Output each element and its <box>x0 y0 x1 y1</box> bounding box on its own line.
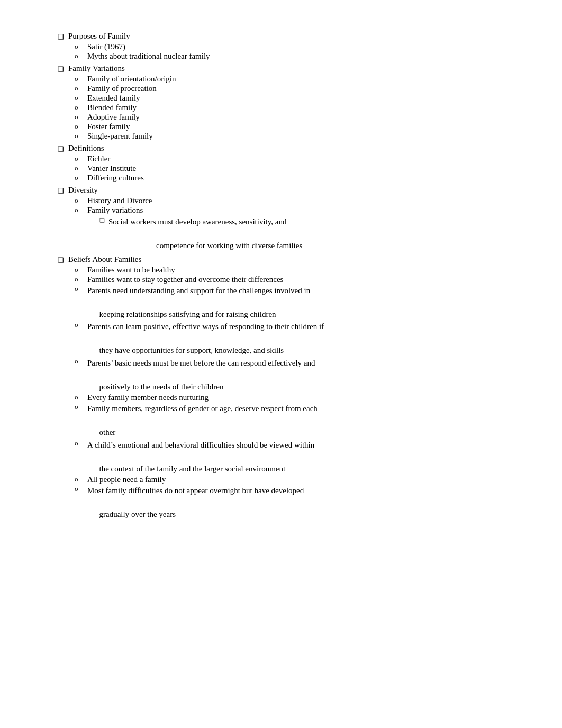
bullet-o-fam-var-sub: o <box>75 206 87 214</box>
label-foster: Foster family <box>87 122 509 131</box>
bullet-family-variations: ❑ <box>53 64 68 74</box>
bullet-o-cultures: o <box>75 174 87 182</box>
level2-item-blended: o Blended family <box>53 103 509 112</box>
bullet-o-ap: o <box>75 475 87 484</box>
label-most-difficulties: Most family difficulties do not appear o… <box>87 485 509 521</box>
label-vanier: Vanier Institute <box>87 164 509 173</box>
label-parents-learn: Parents can learn positive, effective wa… <box>87 321 509 357</box>
section-family-variations: ❑ Family Variations o Family of orientat… <box>53 64 509 141</box>
label-social-workers: Social workers must develop awareness, s… <box>108 216 509 252</box>
bullet-o-orientation: o <box>75 75 87 83</box>
section-purposes: ❑ Purposes of Family o Satir (1967) o My… <box>53 32 509 61</box>
level3-list-diversity: ❑ Social workers must develop awareness,… <box>53 216 509 252</box>
level2-item-child-emotional: o A child’s emotional and behavioral dif… <box>53 439 509 475</box>
level1-item-diversity: ❑ Diversity <box>53 186 509 195</box>
bullet-definitions: ❑ <box>53 144 68 153</box>
bullet-sq-social: ❑ <box>96 216 108 224</box>
label-nurturing: Every family member needs nurturing <box>87 393 509 402</box>
label-satir: Satir (1967) <box>87 42 509 51</box>
bullet-o-extended: o <box>75 94 87 102</box>
bullet-o-pl: o <box>75 321 87 329</box>
label-eichler: Eichler <box>87 154 509 163</box>
label-history: History and Divorce <box>87 196 509 205</box>
label-family-variations: Family Variations <box>68 64 509 73</box>
bullet-beliefs: ❑ <box>53 255 68 265</box>
level2-item-parents-basic: o Parents’ basic needs must be met befor… <box>53 357 509 393</box>
level1-item-beliefs: ❑ Beliefs About Families <box>53 255 509 265</box>
children-family-variations: o Family of orientation/origin o Family … <box>53 75 509 141</box>
label-extended: Extended family <box>87 94 509 103</box>
children-beliefs: o Families want to be healthy o Families… <box>53 266 509 521</box>
level2-item-adoptive: o Adoptive family <box>53 113 509 122</box>
bullet-o-adoptive: o <box>75 113 87 121</box>
label-families-healthy: Families want to be healthy <box>87 266 509 275</box>
bullet-o-ce: o <box>75 439 87 448</box>
label-respect: Family members, regardless of gender or … <box>87 403 509 439</box>
level2-item-orientation: o Family of orientation/origin <box>53 75 509 84</box>
bullet-o-myths: o <box>75 52 87 60</box>
bullet-o-procreation: o <box>75 84 87 93</box>
bullet-o-nur: o <box>75 393 87 402</box>
bullet-diversity: ❑ <box>53 186 68 195</box>
label-parents-basic: Parents’ basic needs must be met before … <box>87 357 509 393</box>
bullet-o-fh: o <box>75 266 87 274</box>
level2-item-single-parent: o Single-parent family <box>53 132 509 141</box>
level1-item-family-variations: ❑ Family Variations <box>53 64 509 74</box>
bullet-o-foster: o <box>75 122 87 131</box>
label-blended: Blended family <box>87 103 509 112</box>
label-all-people: All people need a family <box>87 475 509 484</box>
bullet-o-blended: o <box>75 103 87 112</box>
bullet-o-ft: o <box>75 275 87 284</box>
bullet-o-single-parent: o <box>75 132 87 140</box>
bullet-o-satir: o <box>75 42 87 51</box>
level2-item-all-people: o All people need a family <box>53 475 509 484</box>
outline-container: ❑ Purposes of Family o Satir (1967) o My… <box>53 32 509 521</box>
level2-item-cultures: o Differing cultures <box>53 174 509 183</box>
level1-item-purposes: ❑ Purposes of Family <box>53 32 509 41</box>
bullet-o-pb: o <box>75 357 87 366</box>
level2-item-fam-var-sub: o Family variations <box>53 206 509 215</box>
level2-item-respect: o Family members, regardless of gender o… <box>53 403 509 439</box>
bullet-o-history: o <box>75 196 87 205</box>
label-definitions: Definitions <box>68 144 509 153</box>
level2-item-extended: o Extended family <box>53 94 509 103</box>
label-fam-var-sub: Family variations <box>87 206 509 215</box>
label-cultures: Differing cultures <box>87 174 509 183</box>
level2-item-nurturing: o Every family member needs nurturing <box>53 393 509 402</box>
level3-item-social-workers: ❑ Social workers must develop awareness,… <box>53 216 509 252</box>
level2-item-foster: o Foster family <box>53 122 509 131</box>
section-diversity: ❑ Diversity o History and Divorce o Fami… <box>53 186 509 252</box>
bullet-purposes: ❑ <box>53 32 68 41</box>
children-purposes: o Satir (1967) o Myths about traditional… <box>53 42 509 61</box>
level2-item-parents-understanding: o Parents need understanding and support… <box>53 285 509 321</box>
children-definitions: o Eichler o Vanier Institute o Differing… <box>53 154 509 183</box>
label-child-emotional: A child’s emotional and behavioral diffi… <box>87 439 509 475</box>
label-families-together: Families want to stay together and overc… <box>87 275 509 284</box>
level2-item-parents-learn: o Parents can learn positive, effective … <box>53 321 509 357</box>
label-diversity: Diversity <box>68 186 509 195</box>
bullet-o-pu: o <box>75 285 87 293</box>
level2-item-myths: o Myths about traditional nuclear family <box>53 52 509 61</box>
label-procreation: Family of procreation <box>87 84 509 93</box>
label-purposes: Purposes of Family <box>68 32 509 41</box>
level2-item-history: o History and Divorce <box>53 196 509 205</box>
section-definitions: ❑ Definitions o Eichler o Vanier Institu… <box>53 144 509 183</box>
label-myths: Myths about traditional nuclear family <box>87 52 509 61</box>
bullet-o-vanier: o <box>75 164 87 172</box>
level2-item-vanier: o Vanier Institute <box>53 164 509 173</box>
level2-item-families-healthy: o Families want to be healthy <box>53 266 509 275</box>
label-single-parent: Single-parent family <box>87 132 509 141</box>
section-beliefs: ❑ Beliefs About Families o Families want… <box>53 255 509 521</box>
label-parents-understanding: Parents need understanding and support f… <box>87 285 509 321</box>
label-orientation: Family of orientation/origin <box>87 75 509 84</box>
level1-item-definitions: ❑ Definitions <box>53 144 509 153</box>
level2-item-procreation: o Family of procreation <box>53 84 509 93</box>
label-adoptive: Adoptive family <box>87 113 509 122</box>
bullet-o-md: o <box>75 485 87 493</box>
level2-item-satir: o Satir (1967) <box>53 42 509 51</box>
bullet-o-resp: o <box>75 403 87 411</box>
bullet-o-eichler: o <box>75 154 87 163</box>
level2-item-most-difficulties: o Most family difficulties do not appear… <box>53 485 509 521</box>
label-beliefs: Beliefs About Families <box>68 255 509 264</box>
children-diversity: o History and Divorce o Family variation… <box>53 196 509 252</box>
